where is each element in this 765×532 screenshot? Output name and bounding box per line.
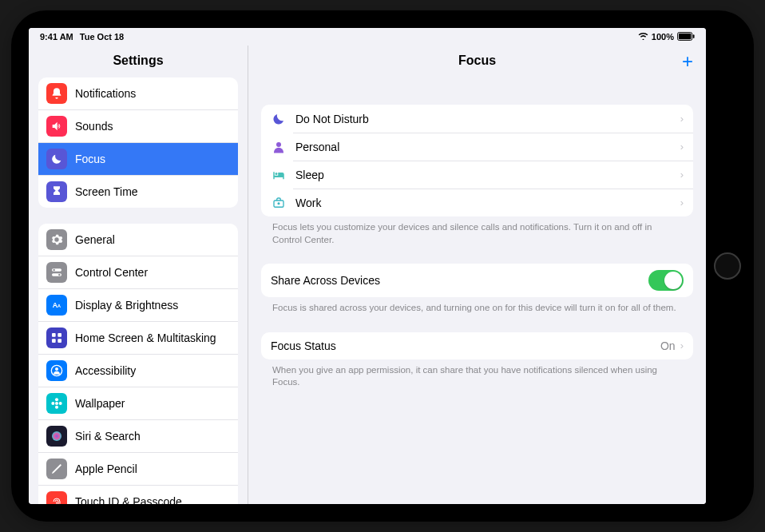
- chevron-right-icon: ›: [680, 113, 684, 125]
- svg-rect-11: [52, 339, 56, 343]
- speaker-icon: [46, 116, 67, 137]
- svg-point-23: [276, 142, 281, 147]
- share-footer: Focus is shared across your devices, and…: [261, 297, 693, 315]
- svg-point-6: [58, 274, 60, 276]
- focus-mode-label: Sleep: [295, 169, 672, 181]
- sidebar-item-accessibility[interactable]: Accessibility: [38, 354, 238, 387]
- sidebar-item-label: Siri & Search: [75, 430, 230, 443]
- sidebar-group-1: NotificationsSoundsFocusScreen Time: [38, 77, 238, 208]
- sidebar-item-label: Sounds: [75, 120, 230, 133]
- sidebar-item-display-brightness[interactable]: AADisplay & Brightness: [38, 288, 238, 321]
- focus-status-value: On: [660, 339, 676, 352]
- share-across-devices-row: Share Across Devices: [261, 264, 693, 297]
- focus-mode-sleep[interactable]: Sleep›: [261, 161, 693, 189]
- sidebar-item-label: General: [75, 233, 230, 246]
- sidebar-title: Settings: [29, 46, 248, 77]
- sidebar-item-control-center[interactable]: Control Center: [38, 256, 238, 288]
- svg-rect-9: [52, 333, 56, 337]
- focus-status-footer: When you give an app permission, it can …: [261, 359, 693, 389]
- ipad-frame: 9:41 AM Tue Oct 18 100% Settings Notific…: [11, 10, 754, 522]
- focus-modes-footer: Focus lets you customize your devices an…: [261, 216, 693, 246]
- sidebar-item-wallpaper[interactable]: Wallpaper: [38, 387, 238, 419]
- svg-point-18: [51, 402, 54, 405]
- share-toggle[interactable]: [648, 270, 684, 291]
- moon-fill-icon: [271, 112, 287, 126]
- svg-rect-1: [679, 33, 692, 38]
- sidebar-item-label: Accessibility: [75, 364, 230, 377]
- sidebar-item-general[interactable]: General: [38, 224, 238, 256]
- moon-icon: [46, 149, 67, 169]
- svg-point-15: [55, 402, 58, 405]
- status-time: 9:41 AM: [40, 32, 73, 42]
- focus-status-label: Focus Status: [271, 339, 660, 352]
- status-date: Tue Oct 18: [80, 32, 124, 42]
- add-focus-button[interactable]: +: [682, 50, 693, 73]
- svg-point-25: [278, 202, 279, 204]
- battery-icon: [677, 32, 695, 42]
- focus-mode-label: Personal: [295, 141, 672, 153]
- screen: 9:41 AM Tue Oct 18 100% Settings Notific…: [29, 28, 706, 504]
- svg-point-5: [53, 269, 54, 271]
- sidebar-item-focus[interactable]: Focus: [38, 142, 238, 175]
- svg-rect-12: [57, 339, 61, 343]
- svg-text:A: A: [57, 304, 61, 308]
- sidebar-group-2: GeneralControl CenterAADisplay & Brightn…: [38, 224, 238, 504]
- sidebar-item-label: Wallpaper: [75, 397, 230, 410]
- grid-icon: [46, 328, 67, 348]
- person-icon: [46, 360, 67, 381]
- person-fill-icon: [271, 140, 287, 154]
- briefcase-icon: [271, 196, 287, 210]
- focus-mode-personal[interactable]: Personal›: [261, 133, 693, 161]
- svg-point-20: [52, 431, 61, 441]
- wifi-icon: [638, 32, 648, 42]
- svg-rect-10: [57, 333, 61, 337]
- focus-status-row[interactable]: Focus Status On ›: [261, 332, 693, 359]
- svg-point-19: [59, 402, 62, 405]
- chevron-right-icon: ›: [680, 339, 684, 351]
- svg-point-14: [55, 367, 58, 371]
- hourglass-icon: [46, 181, 67, 202]
- sidebar-item-touch-id-passcode[interactable]: Touch ID & Passcode: [38, 485, 238, 504]
- sidebar-item-label: Home Screen & Multitasking: [75, 332, 230, 344]
- focus-modes-list: Do Not Disturb›Personal›Sleep›Work›: [261, 105, 693, 216]
- sidebar-item-home-screen-multitasking[interactable]: Home Screen & Multitasking: [38, 321, 238, 354]
- detail-pane: Focus + Do Not Disturb›Personal›Sleep›Wo…: [248, 46, 706, 504]
- switches-icon: [46, 262, 67, 283]
- chevron-right-icon: ›: [680, 169, 684, 181]
- sidebar-item-label: Focus: [75, 153, 230, 165]
- sidebar-item-label: Apple Pencil: [75, 463, 230, 475]
- chevron-right-icon: ›: [680, 141, 684, 153]
- sidebar-item-screen-time[interactable]: Screen Time: [38, 175, 238, 208]
- chevron-right-icon: ›: [680, 197, 684, 208]
- home-button[interactable]: [714, 252, 741, 280]
- aa-icon: AA: [46, 295, 67, 316]
- sidebar-item-apple-pencil[interactable]: Apple Pencil: [38, 452, 238, 485]
- siri-icon: [46, 426, 67, 447]
- sidebar-item-label: Screen Time: [75, 185, 230, 198]
- battery-percent: 100%: [652, 32, 674, 42]
- status-bar: 9:41 AM Tue Oct 18 100%: [29, 28, 706, 46]
- settings-sidebar: Settings NotificationsSoundsFocusScreen …: [29, 46, 248, 504]
- detail-title: Focus: [248, 54, 706, 68]
- sidebar-item-label: Control Center: [75, 266, 230, 279]
- svg-rect-2: [693, 34, 695, 38]
- share-label: Share Across Devices: [271, 274, 648, 287]
- sidebar-item-sounds[interactable]: Sounds: [38, 109, 238, 142]
- focus-mode-label: Work: [295, 197, 672, 209]
- focus-mode-work[interactable]: Work›: [261, 189, 693, 216]
- focus-mode-do-not-disturb[interactable]: Do Not Disturb›: [261, 105, 693, 133]
- sidebar-item-label: Notifications: [75, 87, 230, 100]
- svg-point-16: [55, 398, 58, 401]
- fingerprint-icon: [46, 491, 67, 504]
- flower-icon: [46, 393, 67, 414]
- gear-icon: [46, 229, 67, 250]
- focus-mode-label: Do Not Disturb: [295, 113, 672, 125]
- sidebar-item-label: Display & Brightness: [75, 299, 230, 312]
- bell-icon: [46, 83, 67, 104]
- bed-icon: [271, 168, 287, 182]
- pencil-icon: [46, 459, 67, 479]
- sidebar-item-label: Touch ID & Passcode: [75, 495, 230, 504]
- svg-point-17: [55, 406, 58, 409]
- sidebar-item-notifications[interactable]: Notifications: [38, 77, 238, 109]
- sidebar-item-siri-search[interactable]: Siri & Search: [38, 419, 238, 452]
